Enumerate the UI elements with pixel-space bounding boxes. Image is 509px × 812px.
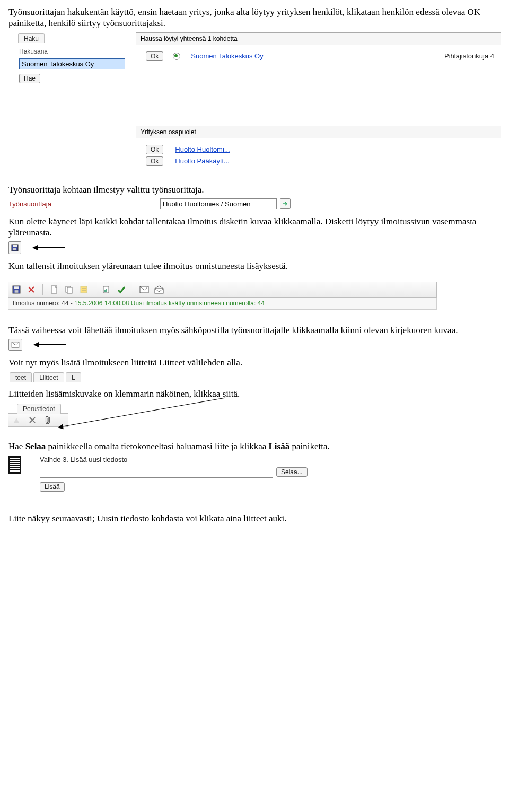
svg-rect-9 <box>81 286 87 293</box>
word-lisaa: Lisää <box>269 441 290 451</box>
add-button[interactable]: Lisää <box>40 482 65 492</box>
party-row-2: Ok Huolto Pääkäytt... <box>136 155 501 169</box>
party2-ok-button[interactable]: Ok <box>146 156 163 166</box>
envelope-row <box>8 339 501 351</box>
new-doc-icon[interactable] <box>49 285 59 294</box>
close-icon[interactable] <box>28 415 37 425</box>
search-input[interactable] <box>19 58 125 69</box>
instruction-paragraph-1: Työnsuorittajan hakukentän käyttö, ensin… <box>8 6 501 29</box>
arrow-left-icon <box>34 344 66 345</box>
svg-rect-8 <box>67 287 72 293</box>
search-ui: Haku Hakusana Hae Haussa löytyi yhteensä… <box>8 32 501 169</box>
word-selaa: Selaa <box>25 441 46 451</box>
party-row-1: Ok Huolto Huoltomi... <box>136 144 501 155</box>
svg-rect-13 <box>104 290 106 292</box>
instruction-paragraph-6: Voit nyt myös lisätä ilmoitukseen liitte… <box>8 357 501 368</box>
party1-ok-button[interactable]: Ok <box>146 145 163 154</box>
label-tyonsuorittaja: Työnsuorittaja <box>8 200 157 208</box>
send-mail-button[interactable] <box>8 339 22 351</box>
parties-header: Yrityksen osapuolet <box>136 126 501 138</box>
performer-input[interactable] <box>160 198 277 209</box>
radio-selected-icon <box>173 53 180 60</box>
instruction-paragraph-5: Tässä vaiheessa voit lähettää ilmoitukse… <box>8 325 501 336</box>
tabs-row: teet Liitteet L <box>8 371 501 382</box>
instruction-paragraph-8: Hae Selaa painikkeella omalta tietokonee… <box>8 441 501 452</box>
search-button[interactable]: Hae <box>19 74 40 83</box>
perustiedot-area: Perustiedot <box>8 403 231 434</box>
tab-perustiedot[interactable]: Perustiedot <box>17 404 61 414</box>
result-row: Ok Suomen Talokeskus Oy Pihlajistonkuja … <box>136 50 501 62</box>
upload-panel: Vaihde 3. Lisää uusi tiedosto Selaa... L… <box>8 456 501 492</box>
checkmark-icon[interactable] <box>117 285 126 294</box>
tab-teet[interactable]: teet <box>10 372 32 382</box>
copy-doc-icon[interactable] <box>64 285 74 294</box>
instruction-paragraph-3: Kun olette käyneet läpi kaikki kohdat ta… <box>8 216 501 239</box>
tab-haku[interactable]: Haku <box>18 33 45 43</box>
report-icon[interactable] <box>102 285 111 294</box>
svg-rect-4 <box>14 286 19 289</box>
disk-icon-row <box>8 241 501 254</box>
mail-open-icon[interactable] <box>154 285 164 294</box>
results-header: Haussa löytyi yhteensä 1 kohdetta <box>136 33 501 45</box>
party1-link[interactable]: Huolto Huoltomi... <box>175 145 230 153</box>
upload-file-input[interactable] <box>40 467 273 478</box>
barcode-icon <box>8 456 21 474</box>
mail-closed-icon[interactable] <box>139 285 149 294</box>
status-message: 15.5.2006 14:00:08 Uusi ilmoitus lisätty… <box>74 300 265 307</box>
toolbar-status: Ilmoitus numero: 44 - 15.5.2006 14:00:08… <box>8 298 437 310</box>
status-prefix: Ilmoitus numero: <box>13 300 62 307</box>
tab-liitteet[interactable]: Liitteet <box>33 372 64 382</box>
instruction-paragraph-2: Työnsuorittaja kohtaan ilmestyy valittu … <box>8 184 501 195</box>
party2-link[interactable]: Huolto Pääkäytt... <box>175 157 230 165</box>
floppy-disk-icon <box>10 243 20 252</box>
instruction-paragraph-4: Kun tallensit ilmoituksen yläreunaan tul… <box>8 260 501 272</box>
note-icon[interactable] <box>79 285 89 294</box>
svg-rect-14 <box>106 289 107 292</box>
instruction-paragraph-9: Liite näkyy seuraavasti; Uusin tiedosto … <box>8 513 501 524</box>
status-number: 44 <box>62 300 68 307</box>
save-button[interactable] <box>8 241 21 254</box>
delete-icon[interactable] <box>27 285 36 294</box>
arrow-left-icon <box>33 247 65 248</box>
svg-rect-1 <box>13 245 17 247</box>
result-link[interactable]: Suomen Talokeskus Oy <box>191 52 263 60</box>
tab-l[interactable]: L <box>66 372 81 382</box>
status-dash: - <box>68 300 74 307</box>
mail-closed-icon <box>11 340 20 350</box>
floppy-disk-icon[interactable] <box>12 285 21 294</box>
upload-step-label: Vaihde 3. Lisää uusi tiedosto <box>40 456 501 464</box>
result-ok-button[interactable]: Ok <box>146 51 163 61</box>
go-button[interactable] <box>280 198 291 209</box>
performer-row: Työnsuorittaja <box>8 198 501 209</box>
toolbar <box>8 282 437 298</box>
triangle-icon <box>12 415 21 425</box>
instruction-paragraph-7: Liitteiden lisäämiskuvake on klemmarin n… <box>8 388 501 399</box>
svg-rect-2 <box>13 248 16 250</box>
svg-rect-5 <box>15 290 19 293</box>
paperclip-icon[interactable] <box>43 415 53 425</box>
label-hakusana: Hakusana <box>19 48 131 55</box>
browse-button[interactable]: Selaa... <box>276 467 308 477</box>
result-address: Pihlajistonkuja 4 <box>444 52 496 60</box>
arrow-right-icon <box>283 201 288 206</box>
